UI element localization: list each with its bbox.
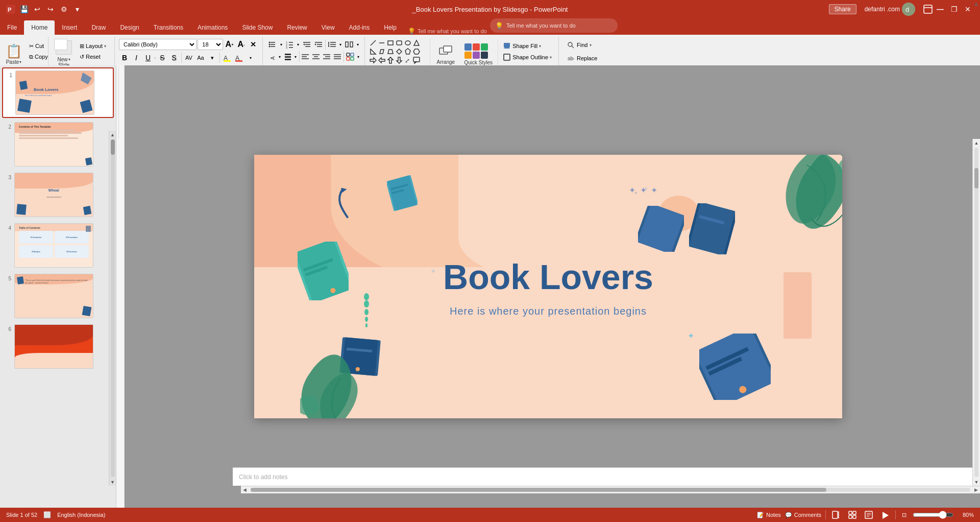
font-size-select[interactable]: 18 xyxy=(198,39,223,50)
restore-button[interactable]: ❐ xyxy=(948,4,961,14)
slide-title[interactable]: Book Lovers xyxy=(443,257,653,297)
reset-button[interactable]: ↺ Reset xyxy=(77,52,109,62)
line-spacing-dd-button[interactable]: ▾ xyxy=(338,39,343,50)
find-button[interactable]: Find ▾ xyxy=(563,39,621,51)
shape-ellipse-btn[interactable] xyxy=(404,39,412,47)
font-name-select[interactable]: Calibri (Body) xyxy=(119,39,197,50)
tab-animations[interactable]: Animations xyxy=(190,20,235,35)
shape-line-btn[interactable] xyxy=(369,39,377,47)
columns-button[interactable] xyxy=(344,39,355,50)
convert-to-smartart-dd-button[interactable]: ▾ xyxy=(356,51,360,62)
zoom-slider[interactable] xyxy=(913,511,953,519)
justify-button[interactable] xyxy=(332,51,342,62)
slide-thumbnail-1[interactable]: 1 Book Lovers Here is where your present… xyxy=(2,67,114,118)
font-color-button[interactable]: A xyxy=(233,52,244,63)
shape-up-arrow-btn[interactable] xyxy=(386,56,395,64)
shape-rect-btn[interactable] xyxy=(386,39,395,47)
normal-view-button[interactable] xyxy=(830,509,842,521)
align-left-button[interactable] xyxy=(300,51,310,62)
slideshow-button[interactable] xyxy=(879,509,891,521)
align-text-button[interactable] xyxy=(283,51,293,62)
slide-thumbnail-4[interactable]: 4 Table of Contents 01 Introduction 02 P… xyxy=(2,221,114,270)
shape-fill-button[interactable]: Shape Fill ▾ xyxy=(500,41,554,51)
underline-button[interactable]: U xyxy=(142,52,154,63)
change-case-dd-button[interactable]: ▾ xyxy=(207,52,218,63)
char-spacing-button[interactable]: AV xyxy=(183,52,194,63)
slide-panel-scroll-down[interactable]: ▼ xyxy=(109,478,116,486)
scroll-right-arrow[interactable]: ▶ xyxy=(972,486,980,494)
slide-thumbnail-3[interactable]: 3 Whoa! some quote text here xyxy=(2,171,114,219)
vertical-scrollbar[interactable]: ▲ ▼ xyxy=(972,139,980,486)
language-display[interactable]: English (Indonesia) xyxy=(57,512,105,518)
slide-panel-scrollbar[interactable]: ▲ ▼ xyxy=(109,131,116,486)
undo-icon[interactable]: ↩ xyxy=(33,5,42,14)
tab-slideshow[interactable]: Slide Show xyxy=(235,20,280,35)
zoom-level[interactable]: 80% xyxy=(958,512,974,518)
clear-format-button[interactable]: ✕ xyxy=(248,39,258,50)
text-direction-dd-button[interactable]: ▾ xyxy=(278,51,282,62)
increase-font-size-button[interactable]: A+ xyxy=(224,39,235,50)
scroll-left-arrow[interactable]: ◀ xyxy=(241,486,249,494)
change-case-button[interactable]: Aa xyxy=(195,52,206,63)
shape-arrow-btn[interactable] xyxy=(369,56,377,64)
fit-slide-button[interactable]: ⊡ xyxy=(900,511,909,519)
convert-to-smartart-button[interactable] xyxy=(345,51,355,62)
tab-home[interactable]: Home xyxy=(24,20,55,35)
notes-bar[interactable]: Click to add notes xyxy=(233,467,972,486)
tab-addins[interactable]: Add-ins xyxy=(342,20,377,35)
quick-styles-button[interactable]: Quick Styles xyxy=(461,39,496,69)
slide-thumbnail-2[interactable]: 2 Contents of This Template xyxy=(2,120,114,169)
slide-thumbnail-5[interactable]: 5 "This is a quote. Words full of wisdom… xyxy=(2,272,114,320)
tell-me-search[interactable]: 💡 Tell me what you want to do xyxy=(490,18,618,33)
increase-indent-button[interactable] xyxy=(313,39,324,50)
reading-view-button[interactable] xyxy=(863,509,875,521)
qat-dropdown-icon[interactable]: ▾ xyxy=(72,5,82,14)
bullets-button[interactable] xyxy=(267,39,278,50)
align-text-dd-button[interactable]: ▾ xyxy=(293,51,298,62)
notes-button[interactable]: 📝 Notes xyxy=(757,512,781,518)
share-button[interactable]: Share xyxy=(829,4,856,14)
slide-panel-scroll-up[interactable]: ▲ xyxy=(109,131,116,138)
italic-button[interactable]: I xyxy=(131,52,142,63)
font-color-dd-button[interactable]: ▾ xyxy=(245,52,256,63)
text-direction-button[interactable]: A xyxy=(267,51,277,62)
decrease-indent-button[interactable] xyxy=(301,39,312,50)
tab-draw[interactable]: Draw xyxy=(84,20,113,35)
shadow-button[interactable]: S xyxy=(168,52,180,63)
shape-down-arrow-btn[interactable] xyxy=(395,56,403,64)
replace-button[interactable]: ab→ Replace xyxy=(563,52,621,64)
tab-review[interactable]: Review xyxy=(280,20,314,35)
arrange-button[interactable]: Arrange xyxy=(432,39,459,69)
tell-me-tab-search[interactable]: 💡 Tell me what you want to do xyxy=(404,28,491,35)
shape-diamond-btn[interactable] xyxy=(395,48,403,56)
numbering-button[interactable]: 1.2.3. xyxy=(284,39,296,50)
tab-file[interactable]: File xyxy=(0,20,24,35)
slide-sorter-button[interactable] xyxy=(846,509,859,521)
numbering-dd-button[interactable]: ▾ xyxy=(296,39,301,50)
ribbon-display-icon[interactable] xyxy=(923,5,933,14)
slide-accessibility-icon[interactable]: ⬜ xyxy=(43,511,51,518)
shape-parallelogram-btn[interactable] xyxy=(378,48,386,56)
bullets-dd-button[interactable]: ▾ xyxy=(279,39,284,50)
shape-4arrow-btn[interactable]: ⤢ xyxy=(404,56,412,64)
tab-help[interactable]: Help xyxy=(377,20,404,35)
h-scroll-track[interactable] xyxy=(251,488,970,492)
scroll-down-arrow[interactable]: ▼ xyxy=(973,478,981,486)
line-spacing-button[interactable] xyxy=(327,39,338,50)
shape-left-arrow-btn[interactable] xyxy=(378,56,386,64)
customize-qat-icon[interactable]: ⚙ xyxy=(59,5,68,14)
decrease-font-size-button[interactable]: A- xyxy=(236,39,247,50)
save-icon[interactable]: 💾 xyxy=(19,5,29,14)
shape-pentagon-btn[interactable] xyxy=(404,48,412,56)
columns-dd-button[interactable]: ▾ xyxy=(355,39,360,50)
slide-canvas[interactable]: ✦ ✦ ✦ xyxy=(254,155,842,418)
tab-insert[interactable]: Insert xyxy=(55,20,84,35)
v-scroll-thumb[interactable] xyxy=(974,168,978,188)
comments-button[interactable]: 💬 Comments xyxy=(785,512,821,518)
slide-panel[interactable]: 1 Book Lovers Here is where your present… xyxy=(0,65,116,508)
new-slide-button[interactable]: New ▾ Slide xyxy=(53,39,75,69)
v-scroll-track[interactable] xyxy=(974,148,978,477)
shape-trapezoid-btn[interactable] xyxy=(386,48,395,56)
shape-rounded-rect-btn[interactable] xyxy=(395,39,403,47)
slide-thumbnail-6[interactable]: 6 xyxy=(2,322,114,371)
